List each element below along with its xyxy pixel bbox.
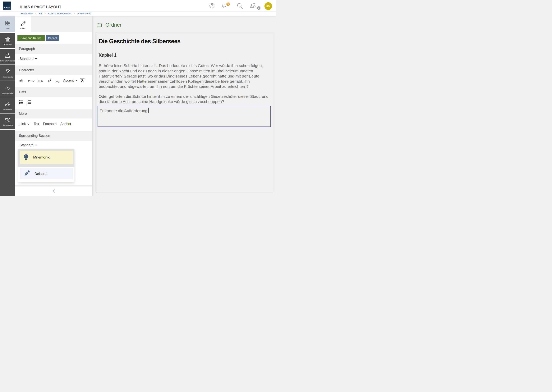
svg-text:3: 3	[27, 103, 27, 105]
svg-text:2: 2	[27, 102, 27, 103]
svg-text:1: 1	[27, 100, 27, 102]
